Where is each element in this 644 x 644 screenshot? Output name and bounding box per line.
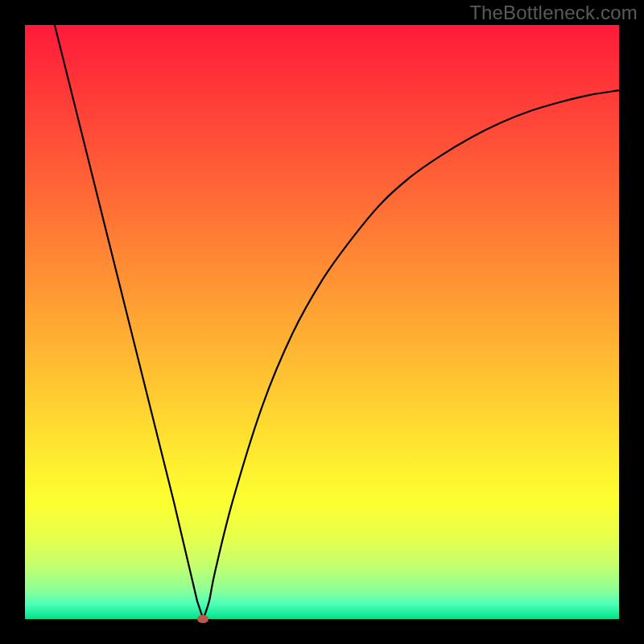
plot-frame xyxy=(25,25,619,619)
watermark-text: TheBottleneck.com xyxy=(469,2,638,24)
optimum-marker-icon xyxy=(197,615,208,623)
bottleneck-curve xyxy=(55,25,619,619)
curve-layer xyxy=(25,25,619,619)
chart-outer-frame: TheBottleneck.com xyxy=(0,0,644,644)
